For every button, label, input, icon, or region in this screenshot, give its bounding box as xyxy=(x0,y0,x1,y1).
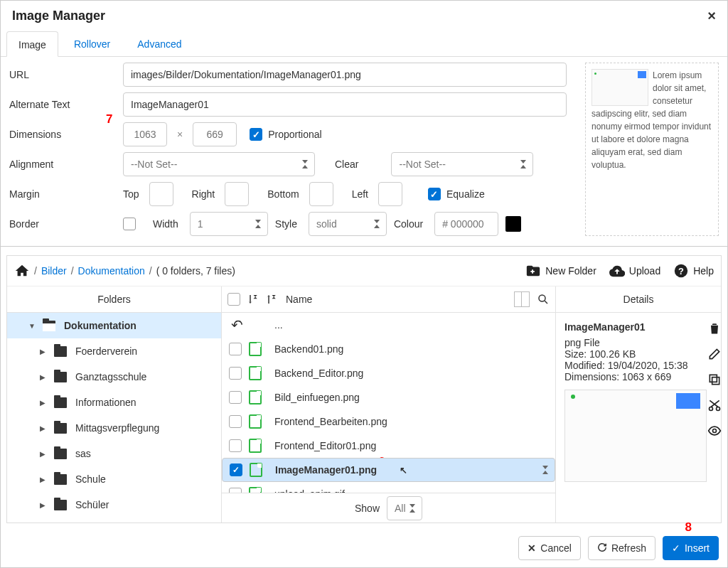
svg-rect-3 xyxy=(712,377,719,385)
dimensions-height-field[interactable] xyxy=(193,122,237,146)
sort-za-icon[interactable] xyxy=(264,293,277,306)
file-checkbox[interactable] xyxy=(229,439,242,452)
caret-right-icon[interactable]: ▶ xyxy=(40,399,46,407)
rename-icon[interactable] xyxy=(707,347,722,361)
file-row[interactable]: Backend01.png xyxy=(222,337,555,361)
copy-icon[interactable] xyxy=(707,373,722,387)
alt-text-field[interactable] xyxy=(123,92,567,117)
label-margin-bottom: Bottom xyxy=(267,188,299,200)
file-row[interactable]: Frontend_Editor01.png xyxy=(222,434,555,458)
equalize-checkbox[interactable] xyxy=(428,188,441,200)
border-width-value: 1 xyxy=(198,218,203,230)
file-checkbox[interactable] xyxy=(229,415,242,428)
help-button[interactable]: ? Help xyxy=(673,263,714,279)
new-folder-icon xyxy=(525,263,541,279)
caret-right-icon[interactable]: ▶ xyxy=(40,348,46,355)
upload-button[interactable]: Upload xyxy=(609,263,660,279)
delete-icon[interactable] xyxy=(707,321,722,336)
tree-item[interactable]: ▶Schule xyxy=(7,466,221,492)
file-checkbox[interactable] xyxy=(229,391,242,404)
url-field[interactable] xyxy=(123,63,567,87)
image-file-icon xyxy=(249,366,262,380)
tree-item[interactable]: ▶Schülerparlament xyxy=(7,518,221,523)
caret-right-icon[interactable]: ▶ xyxy=(40,476,46,483)
details-modified: Modified: 19/04/2020, 15:38 xyxy=(564,360,712,371)
breadcrumb-dokumentation[interactable]: Dokumentation xyxy=(78,265,145,277)
border-color-swatch[interactable] xyxy=(505,216,521,232)
insert-button[interactable]: ✓ Insert xyxy=(663,536,719,560)
file-name: Backend01.png xyxy=(274,343,343,355)
view-toggle[interactable] xyxy=(514,291,530,307)
label-margin: Margin xyxy=(9,188,123,200)
file-row[interactable]: Backend_Editor.png xyxy=(222,361,555,385)
file-checkbox[interactable] xyxy=(229,367,242,380)
cut-icon[interactable] xyxy=(707,398,722,412)
tree-item[interactable]: ▶Informationen xyxy=(7,390,221,415)
sort-az-icon[interactable] xyxy=(246,293,259,306)
select-all-checkbox[interactable] xyxy=(228,293,240,306)
label-margin-left: Left xyxy=(352,188,368,200)
tree-item[interactable]: ▶Mittagsverpflegung xyxy=(7,415,221,441)
image-file-icon xyxy=(250,463,262,477)
tree-item[interactable]: ▶Ganztagsschule xyxy=(7,364,221,390)
back-row[interactable]: ↶ ... xyxy=(222,313,555,337)
file-row[interactable]: Bild_einfuegen.png xyxy=(222,385,555,409)
tab-rollover[interactable]: Rollover xyxy=(63,31,122,56)
margin-left-field[interactable] xyxy=(378,182,402,206)
show-label: Show xyxy=(355,503,380,514)
tree-item-label: Schule xyxy=(75,473,106,485)
alignment-select[interactable]: --Not Set-- xyxy=(123,152,315,176)
caret-right-icon[interactable]: ▶ xyxy=(40,450,46,458)
image-file-icon xyxy=(249,390,262,404)
tree-item[interactable]: ▶Schüler xyxy=(7,492,221,518)
tab-image[interactable]: Image xyxy=(6,31,58,57)
image-file-icon xyxy=(249,487,262,493)
tree-item-label: sas xyxy=(75,448,91,459)
tree-item[interactable]: ▼ Dokumentation xyxy=(7,313,221,338)
view-icon[interactable] xyxy=(707,424,722,438)
file-checkbox[interactable] xyxy=(229,488,242,493)
caret-right-icon[interactable]: ▶ xyxy=(40,501,46,509)
caret-right-icon[interactable]: ▶ xyxy=(40,424,46,432)
details-thumbnail xyxy=(564,390,707,482)
clear-select[interactable]: --Not Set-- xyxy=(391,152,533,176)
folder-tree: ▼ Dokumentation ▶Foerderverein ▶Ganztags… xyxy=(7,313,222,523)
margin-top-field[interactable] xyxy=(149,182,173,206)
name-column-header[interactable]: Name xyxy=(286,294,312,305)
columns-body: ▼ Dokumentation ▶Foerderverein ▶Ganztags… xyxy=(7,313,721,523)
border-color-field[interactable] xyxy=(434,212,498,236)
label-border-width: Width xyxy=(153,218,178,230)
file-checkbox[interactable] xyxy=(230,463,242,476)
dimensions-width-field[interactable] xyxy=(123,122,167,146)
new-folder-button[interactable]: New Folder xyxy=(525,263,596,279)
file-row[interactable]: Frontend_Bearbeiten.png xyxy=(222,409,555,434)
close-button[interactable]: × xyxy=(707,8,716,24)
border-width-select[interactable]: 1 xyxy=(190,212,268,236)
margin-bottom-field[interactable] xyxy=(309,182,333,206)
proportional-checkbox[interactable] xyxy=(250,128,262,141)
margin-right-field[interactable] xyxy=(225,182,249,206)
file-row[interactable]: upload_anim.gif xyxy=(222,482,555,493)
image-file-icon xyxy=(249,439,262,453)
file-name: Frontend_Bearbeiten.png xyxy=(274,416,387,427)
file-checkbox[interactable] xyxy=(229,343,242,355)
file-row[interactable]: ImageManager01.png ↖ xyxy=(222,458,555,482)
caret-down-icon[interactable]: ▼ xyxy=(28,322,34,330)
border-style-select[interactable]: solid xyxy=(309,212,387,236)
tab-advanced[interactable]: Advanced xyxy=(126,31,193,56)
show-filter-select[interactable]: All xyxy=(387,496,422,520)
tree-item[interactable]: ▶Foerderverein xyxy=(7,338,221,364)
caret-right-icon[interactable]: ▶ xyxy=(40,373,46,381)
cancel-button[interactable]: ✕ Cancel xyxy=(518,536,581,560)
details-filetype: png File xyxy=(564,337,712,348)
proportional-label: Proportional xyxy=(268,129,322,140)
refresh-icon xyxy=(597,542,607,554)
tree-item[interactable]: ▶sas xyxy=(7,441,221,466)
border-enable-checkbox[interactable] xyxy=(123,218,136,230)
breadcrumb-bilder[interactable]: Bilder xyxy=(41,265,67,277)
border-style-value: solid xyxy=(316,218,337,230)
svg-point-7 xyxy=(713,429,717,433)
home-icon[interactable] xyxy=(14,263,30,279)
refresh-button[interactable]: Refresh xyxy=(588,536,655,560)
search-icon[interactable] xyxy=(537,293,550,306)
